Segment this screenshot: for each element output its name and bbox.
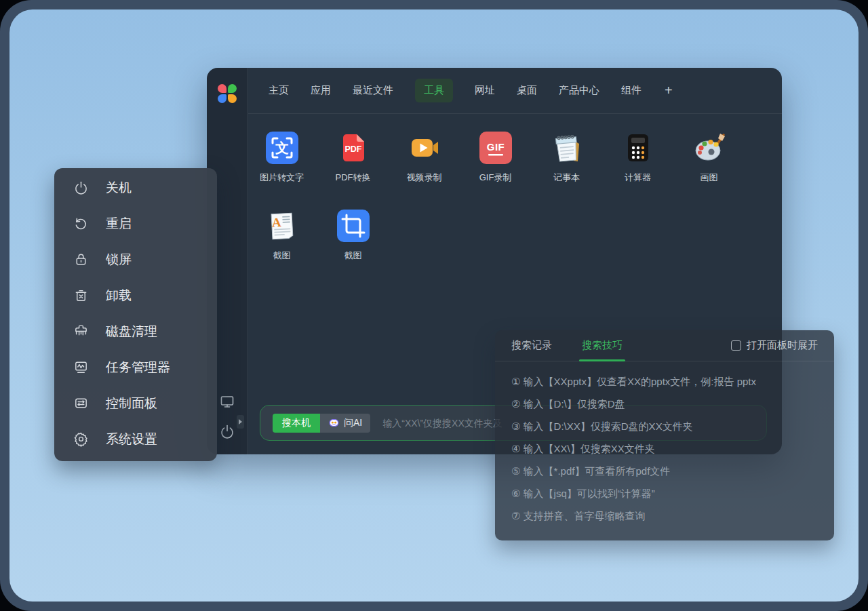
pdf-icon: PDF <box>337 132 370 164</box>
menu-item-system-settings[interactable]: 系统设置 <box>54 421 217 457</box>
menu-item-label: 系统设置 <box>106 431 157 448</box>
tab-tools[interactable]: 工具 <box>415 79 453 102</box>
tool-calculator[interactable]: 计算器 <box>602 132 673 184</box>
trash-x-icon <box>73 288 89 303</box>
search-tips-panel: 搜索记录 搜索技巧 打开面板时展开 ① 输入【XXpptx】仅查看XX的pptx… <box>495 330 834 540</box>
add-tab-button[interactable]: + <box>665 83 673 98</box>
chevron-right-icon <box>239 419 242 425</box>
menu-item-label: 锁屏 <box>106 251 132 269</box>
tab-desktop[interactable]: 桌面 <box>517 84 537 97</box>
svg-text:GIF: GIF <box>486 141 505 153</box>
notepad-icon <box>551 132 583 164</box>
tool-screenshot-doc[interactable]: A 截图 <box>246 210 317 262</box>
tool-label: 图片转文字 <box>260 172 304 184</box>
ask-ai-label: 问AI <box>344 417 362 429</box>
crop-icon <box>337 210 370 242</box>
tip-item: ④ 输入【XX\】仅搜索XX文件夹 <box>511 437 818 460</box>
tool-label: PDF转换 <box>336 172 371 184</box>
tool-paint[interactable]: 画图 <box>673 132 745 184</box>
tab-urls[interactable]: 网址 <box>475 84 495 97</box>
task-monitor-icon <box>73 359 89 375</box>
gear-icon <box>73 431 89 447</box>
tool-label: GIF录制 <box>479 172 512 184</box>
ocr-icon: 文 <box>266 132 298 164</box>
gif-icon: GIF <box>479 132 512 164</box>
menu-item-uninstall[interactable]: 卸载 <box>54 277 217 313</box>
menu-item-lock-screen[interactable]: 锁屏 <box>54 241 217 277</box>
logo-petal-blue <box>218 94 226 103</box>
restart-icon <box>73 216 89 231</box>
tab-home[interactable]: 主页 <box>269 84 289 97</box>
tab-product-center[interactable]: 产品中心 <box>559 84 599 97</box>
logo-petal-red <box>218 84 226 93</box>
tip-item: ⑥ 输入【jsq】可以找到“计算器” <box>511 482 818 505</box>
search-mode-switch: 搜本机 问AI <box>273 414 370 433</box>
menu-item-label: 磁盘清理 <box>106 323 157 340</box>
document-a-icon: A <box>266 210 298 242</box>
paint-palette-icon <box>693 132 726 164</box>
expand-checkbox-label: 打开面板时展开 <box>747 339 818 352</box>
tool-label: 画图 <box>701 172 718 184</box>
expand-checkbox[interactable] <box>731 340 741 351</box>
svg-text:文: 文 <box>275 140 289 155</box>
menu-item-label: 卸载 <box>106 287 132 304</box>
tools-grid: 文 图片转文字 PDF PDF转换 <box>246 132 745 262</box>
tool-gif-record[interactable]: GIF GIF录制 <box>460 132 531 184</box>
tips-panel-header: 搜索记录 搜索技巧 打开面板时展开 <box>495 330 834 361</box>
logo-petal-orange <box>228 94 237 103</box>
monitor-icon[interactable] <box>219 393 235 412</box>
tool-screen-record[interactable]: 视频录制 <box>389 132 460 184</box>
tool-label: 记事本 <box>553 172 580 184</box>
power-icon[interactable] <box>219 423 235 442</box>
tip-item: ① 输入【XXpptx】仅查看XX的pptx文件，例:报告 pptx <box>511 370 818 393</box>
menu-item-shutdown[interactable]: 关机 <box>54 170 217 205</box>
menu-item-label: 重启 <box>106 215 132 233</box>
tool-label: 计算器 <box>625 172 651 184</box>
tool-label: 截图 <box>273 250 291 262</box>
tool-pdf-convert[interactable]: PDF PDF转换 <box>317 132 389 184</box>
tip-item: ⑤ 输入【*.pdf】可查看所有pdf文件 <box>511 460 818 482</box>
tips-list: ① 输入【XXpptx】仅查看XX的pptx文件，例:报告 pptx ② 输入【… <box>495 361 834 527</box>
tab-recent-files[interactable]: 最近文件 <box>353 84 393 97</box>
tab-search-history[interactable]: 搜索记录 <box>511 339 552 352</box>
control-panel-icon <box>73 395 89 411</box>
tip-item: ⑦ 支持拼音、首字母缩略查询 <box>511 505 818 527</box>
tip-item: ② 输入【D:\】仅搜索D盘 <box>511 393 818 415</box>
menu-item-restart[interactable]: 重启 <box>54 205 217 241</box>
expand-on-open-option[interactable]: 打开面板时展开 <box>731 339 818 352</box>
svg-text:PDF: PDF <box>344 144 361 154</box>
tool-label: 截图 <box>344 250 362 262</box>
ask-ai-button[interactable]: 问AI <box>320 414 370 433</box>
tool-notepad[interactable]: 记事本 <box>531 132 602 184</box>
tool-screenshot-crop[interactable]: 截图 <box>317 210 389 262</box>
menu-item-control-panel[interactable]: 控制面板 <box>54 385 217 421</box>
logo-petal-green <box>228 84 237 93</box>
app-logo-icon[interactable] <box>218 84 237 103</box>
menu-item-label: 任务管理器 <box>106 359 170 376</box>
sidebar-collapse-handle[interactable] <box>237 415 244 429</box>
lock-icon <box>73 252 89 267</box>
search-local-button[interactable]: 搜本机 <box>273 414 320 433</box>
tab-bar: 主页 应用 最近文件 工具 网址 桌面 产品中心 组件 + <box>248 68 782 114</box>
power-context-menu: 关机 重启 锁屏 卸载 磁盘清理 <box>54 168 217 461</box>
screen: 主页 应用 最近文件 工具 网址 桌面 产品中心 组件 + 文 <box>0 0 868 611</box>
tab-search-tips[interactable]: 搜索技巧 <box>582 339 623 352</box>
broom-icon <box>73 323 89 339</box>
video-camera-icon <box>408 132 441 164</box>
tool-label: 视频录制 <box>407 172 442 184</box>
tip-item: ③ 输入【D:\XX】仅搜索D盘的XX文件夹 <box>511 415 818 437</box>
menu-item-label: 控制面板 <box>106 395 157 412</box>
calculator-icon <box>622 132 654 164</box>
svg-text:A: A <box>271 215 281 230</box>
tool-ocr[interactable]: 文 图片转文字 <box>246 132 317 184</box>
menu-item-disk-cleanup[interactable]: 磁盘清理 <box>54 313 217 349</box>
menu-item-label: 关机 <box>106 179 132 197</box>
tab-widgets[interactable]: 组件 <box>621 84 642 97</box>
robot-icon <box>328 417 340 429</box>
menu-item-task-manager[interactable]: 任务管理器 <box>54 349 217 385</box>
tab-apps[interactable]: 应用 <box>311 84 331 97</box>
power-icon <box>73 180 89 195</box>
